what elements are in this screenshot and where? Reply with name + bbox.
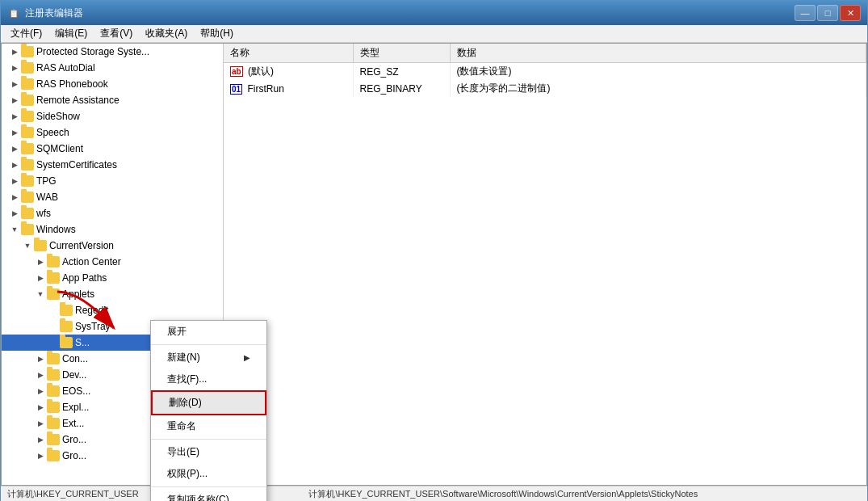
table-row[interactable]: 01 FirstRun REG_BINARY (长度为零的二进制值) bbox=[224, 80, 866, 97]
tree-item-rasautodial[interactable]: ▶ RAS AutoDial bbox=[2, 60, 223, 76]
expander-sideshow: ▶ bbox=[8, 110, 21, 123]
folder-icon-rasautodial bbox=[21, 62, 34, 74]
expander-tpg: ▶ bbox=[8, 175, 21, 187]
folder-icon-currentversion bbox=[34, 240, 47, 251]
minimize-button[interactable]: — bbox=[795, 5, 816, 21]
expander-protected: ▶ bbox=[8, 45, 21, 58]
label-tpg: TPG bbox=[36, 175, 57, 187]
expander-ext: ▶ bbox=[34, 417, 47, 430]
tree-item-systemcerts[interactable]: ▶ SystemCertificates bbox=[2, 157, 223, 173]
tree-item-tpg[interactable]: ▶ TPG bbox=[2, 173, 223, 189]
expander-dev: ▶ bbox=[34, 368, 47, 381]
tree-item-actioncenter[interactable]: ▶ Action Center bbox=[2, 254, 223, 270]
tree-item-windows[interactable]: ▼ Windows bbox=[2, 221, 223, 238]
folder-icon-systemcerts bbox=[21, 159, 34, 171]
menu-view[interactable]: 查看(V) bbox=[94, 25, 139, 42]
label-regedit: Regedit bbox=[75, 305, 108, 316]
status-path: 计算机\HKEY_CURRENT_USER\Software\Microsoft… bbox=[308, 489, 698, 499]
expander-rasphonebook: ▶ bbox=[8, 78, 21, 91]
label-dev: Dev... bbox=[62, 369, 86, 381]
maximize-button[interactable]: □ bbox=[817, 5, 838, 21]
folder-icon-apppaths bbox=[47, 272, 60, 284]
tree-item-sideshow[interactable]: ▶ SideShow bbox=[2, 108, 223, 124]
expander-eos: ▶ bbox=[34, 385, 47, 398]
ctx-expand[interactable]: 展开 bbox=[151, 321, 266, 343]
label-sqmclient: SQMClient bbox=[36, 143, 83, 154]
cell-type: REG_SZ bbox=[353, 63, 450, 81]
col-data: 数据 bbox=[450, 44, 866, 63]
folder-icon-protected bbox=[21, 46, 34, 57]
label-protected: Protected Storage Syste... bbox=[36, 46, 149, 57]
close-button[interactable]: ✕ bbox=[840, 5, 861, 21]
label-eos: EOS... bbox=[62, 385, 90, 397]
cell-name: 01 FirstRun bbox=[224, 80, 353, 97]
tree-item-protected[interactable]: ▶ Protected Storage Syste... bbox=[2, 44, 223, 60]
label-actioncenter: Action Center bbox=[62, 256, 121, 267]
folder-icon-rasphonebook bbox=[21, 78, 34, 90]
folder-icon-gro1 bbox=[47, 434, 60, 445]
col-name: 名称 bbox=[224, 44, 353, 63]
ctx-rename[interactable]: 重命名 bbox=[151, 415, 266, 437]
menu-help[interactable]: 帮助(H) bbox=[194, 25, 240, 42]
label-gro2: Gro... bbox=[62, 450, 86, 461]
status-bar: 计算机\HKEY_CURRENT_USER 计算机\HKEY_CURRENT_U… bbox=[1, 486, 867, 501]
label-rasautodial: RAS AutoDial bbox=[36, 62, 95, 74]
expander-wab: ▶ bbox=[8, 191, 21, 204]
ctx-copy-name[interactable]: 复制项名称(C) bbox=[151, 489, 266, 501]
ctx-permissions[interactable]: 权限(P)... bbox=[151, 463, 266, 485]
window-controls: — □ ✕ bbox=[795, 5, 861, 21]
ctx-delete[interactable]: 删除(D) bbox=[151, 390, 266, 415]
tree-item-apppaths[interactable]: ▶ App Paths bbox=[2, 270, 223, 286]
expander-expl: ▶ bbox=[34, 401, 47, 414]
ctx-separator-3 bbox=[151, 486, 266, 487]
expander-gro1: ▶ bbox=[34, 433, 47, 446]
label-rasphonebook: RAS Phonebook bbox=[36, 78, 108, 90]
label-sideshow: SideShow bbox=[36, 111, 80, 122]
menu-file[interactable]: 文件(F) bbox=[4, 25, 48, 42]
tree-item-speech[interactable]: ▶ Speech bbox=[2, 124, 223, 141]
label-windows: Windows bbox=[36, 224, 76, 235]
tree-item-currentversion[interactable]: ▼ CurrentVersion bbox=[2, 238, 223, 254]
tree-item-rasphonebook[interactable]: ▶ RAS Phonebook bbox=[2, 76, 223, 92]
folder-icon-tpg bbox=[21, 175, 34, 187]
expander-con: ▶ bbox=[34, 352, 47, 365]
label-applets: Applets bbox=[62, 288, 94, 300]
cell-type: REG_BINARY bbox=[353, 80, 450, 97]
expander-windows: ▼ bbox=[8, 223, 21, 236]
status-text: 计算机\HKEY_CURRENT_USER 计算机\HKEY_CURRENT_U… bbox=[7, 488, 698, 500]
menu-edit[interactable]: 编辑(E) bbox=[48, 25, 94, 42]
tree-item-wab[interactable]: ▶ WAB bbox=[2, 189, 223, 205]
menu-favorites[interactable]: 收藏夹(A) bbox=[139, 25, 194, 42]
label-currentversion: CurrentVersion bbox=[49, 240, 114, 251]
label-stickynotes: S... bbox=[75, 337, 90, 348]
tree-item-remoteassist[interactable]: ▶ Remote Assistance bbox=[2, 92, 223, 108]
expander-gro2: ▶ bbox=[34, 449, 47, 462]
folder-icon-ext bbox=[47, 418, 60, 429]
ctx-export[interactable]: 导出(E) bbox=[151, 441, 266, 463]
cell-data: (长度为零的二进制值) bbox=[450, 80, 866, 97]
label-wab: WAB bbox=[36, 192, 58, 203]
title-bar: 📋 注册表编辑器 — □ ✕ bbox=[1, 1, 867, 25]
expander-wfs: ▶ bbox=[8, 207, 21, 220]
ctx-new[interactable]: 新建(N) ▶ bbox=[151, 347, 266, 368]
expander-stickynotes bbox=[47, 336, 60, 349]
folder-icon-sqmclient bbox=[21, 143, 34, 154]
label-expl: Expl... bbox=[62, 402, 89, 413]
expander-systemcerts: ▶ bbox=[8, 158, 21, 171]
tree-item-sqmclient[interactable]: ▶ SQMClient bbox=[2, 141, 223, 157]
label-gro1: Gro... bbox=[62, 434, 86, 445]
col-type: 类型 bbox=[353, 44, 450, 63]
tree-item-regedit[interactable]: Regedit bbox=[2, 302, 223, 318]
table-row[interactable]: ab (默认) REG_SZ (数值未设置) bbox=[224, 63, 866, 81]
expander-apppaths: ▶ bbox=[34, 272, 47, 284]
folder-icon-wab bbox=[21, 192, 34, 203]
expander-applets: ▼ bbox=[34, 288, 47, 301]
label-remoteassist: Remote Assistance bbox=[36, 95, 120, 106]
expander-actioncenter: ▶ bbox=[34, 255, 47, 268]
ctx-find[interactable]: 查找(F)... bbox=[151, 368, 266, 390]
tree-item-applets[interactable]: ▼ Applets bbox=[2, 286, 223, 302]
tree-item-wfs[interactable]: ▶ wfs bbox=[2, 205, 223, 221]
cell-name: ab (默认) bbox=[224, 63, 353, 81]
folder-icon-speech bbox=[21, 127, 34, 138]
label-systemcerts: SystemCertificates bbox=[36, 159, 117, 171]
